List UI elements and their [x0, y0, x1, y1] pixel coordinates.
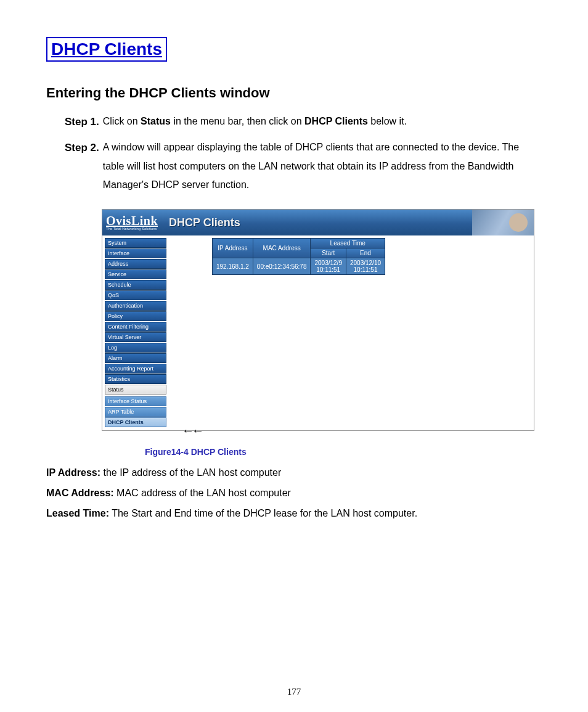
- page-title-box: DHCP Clients: [46, 37, 167, 62]
- sidebar-subitem[interactable]: ARP Table: [105, 407, 166, 417]
- dhcp-clients-table: IP Address MAC Address Leased Time Start…: [212, 238, 385, 275]
- cell-end-time: 10:11:51: [354, 266, 378, 273]
- step-label: Step 1.: [65, 112, 99, 132]
- col-mac: MAC Address: [253, 239, 311, 258]
- sidebar-item[interactable]: QoS: [105, 290, 166, 300]
- sidebar-item-status[interactable]: Status: [105, 385, 166, 395]
- left-arrow-icon: ←←: [182, 424, 202, 438]
- sidebar-item[interactable]: Service: [105, 269, 166, 279]
- cell-end-date: 2003/12/10: [350, 260, 381, 266]
- definition-line: MAC Address: MAC address of the LAN host…: [46, 485, 542, 502]
- col-end: End: [346, 248, 385, 258]
- brand-logo: OvisLink The Total Networking Solutions: [106, 215, 158, 231]
- sidebar-item[interactable]: Accounting Report: [105, 364, 166, 374]
- definition-line: Leased Time: The Start and End time of t…: [46, 505, 542, 523]
- cell-start: 2003/12/9 10:11:51: [311, 258, 346, 275]
- step-text: A window will appear displaying the tabl…: [103, 138, 542, 194]
- col-ip: IP Address: [213, 239, 253, 258]
- sidebar-item[interactable]: Statistics: [105, 374, 166, 384]
- brand-name: OvisLink: [106, 215, 158, 227]
- table-row: 192.168.1.2 00:e0:12:34:56:78 2003/12/9 …: [213, 258, 385, 275]
- app-page-title: DHCP Clients: [169, 216, 240, 229]
- sidebar-item[interactable]: Alarm: [105, 353, 166, 363]
- cell-mac: 00:e0:12:34:56:78: [253, 258, 311, 275]
- page-title: DHCP Clients: [51, 39, 162, 59]
- step-label: Step 2.: [65, 138, 99, 194]
- sidebar-item[interactable]: System: [105, 238, 166, 248]
- sidebar-subitem[interactable]: Interface Status: [105, 396, 166, 406]
- sidebar-item[interactable]: Virtual Server: [105, 332, 166, 342]
- cell-start-time: 10:11:51: [316, 266, 340, 273]
- sidebar-item[interactable]: Address: [105, 259, 166, 269]
- sidebar-item[interactable]: Schedule: [105, 280, 166, 290]
- definition-line: IP Address: the IP address of the LAN ho…: [46, 464, 542, 482]
- step-2: Step 2. A window will appear displaying …: [65, 138, 542, 194]
- col-leased: Leased Time: [311, 239, 385, 248]
- sidebar-subitem[interactable]: DHCP Clients: [105, 417, 166, 427]
- col-start: Start: [311, 248, 346, 258]
- sidebar-item[interactable]: Log: [105, 343, 166, 353]
- page-number: 177: [0, 687, 588, 697]
- sidebar-item[interactable]: Content Filtering: [105, 322, 166, 332]
- cell-end: 2003/12/10 10:11:51: [346, 258, 385, 275]
- steps-list: Step 1. Click on Status in the menu bar,…: [65, 112, 542, 194]
- sidebar-item[interactable]: Policy: [105, 311, 166, 321]
- sidebar-item[interactable]: Interface: [105, 248, 166, 258]
- step-text: Click on Status in the menu bar, then cl…: [103, 112, 542, 132]
- section-heading: Entering the DHCP Clients window: [46, 85, 542, 101]
- app-header: OvisLink The Total Networking Solutions …: [102, 210, 534, 235]
- definitions: IP Address: the IP address of the LAN ho…: [46, 464, 542, 522]
- figure-caption: Figure14-4 DHCP Clients: [145, 447, 542, 457]
- content-pane: IP Address MAC Address Leased Time Start…: [169, 235, 534, 430]
- step-1: Step 1. Click on Status in the menu bar,…: [65, 112, 542, 132]
- sidebar-item[interactable]: Authentication: [105, 301, 166, 311]
- brand-tagline: The Total Networking Solutions: [106, 227, 158, 231]
- cell-start-date: 2003/12/9: [314, 260, 342, 266]
- embedded-screenshot: OvisLink The Total Networking Solutions …: [102, 209, 534, 431]
- header-photo: [472, 210, 534, 235]
- sidebar: SystemInterfaceAddressServiceScheduleQoS…: [102, 235, 169, 430]
- cell-ip: 192.168.1.2: [213, 258, 253, 275]
